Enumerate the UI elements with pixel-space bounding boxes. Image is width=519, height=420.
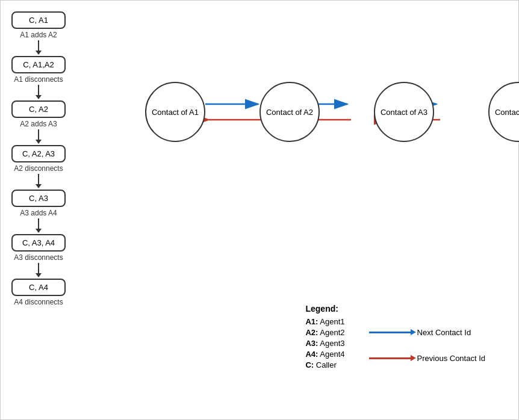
contact-circle-1: Contact of A1: [145, 82, 205, 142]
arrow-v-5: [38, 218, 39, 229]
legend-items: A1: Agent1 A2: Agent2 A3: Agent3 A4: Age…: [305, 317, 344, 371]
contact-label-2: Contact of A2: [266, 108, 313, 117]
transition-5: A3 adds A4: [20, 207, 57, 234]
flow-node-3: C, A2: [11, 100, 66, 118]
flow-node-4: C, A2, A3: [11, 145, 66, 162]
arrow-v-3: [38, 129, 39, 140]
legend-val-a1: Agent1: [320, 317, 344, 326]
contact-label-4: Contact of A4: [495, 108, 519, 117]
flow-node-6: C, A3, A4: [11, 234, 66, 252]
legend-item-a2: A2: Agent2: [305, 328, 344, 337]
legend-blue-arrow-icon: [369, 332, 411, 333]
contact-circle-4: Contact of A4: [488, 82, 519, 142]
contact-circle-3: Contact of A3: [374, 82, 434, 142]
legend-item-a4: A4: Agent4: [305, 350, 344, 359]
flowchart: C, A1 A1 adds A2 C, A1,A2 A1 disconnects…: [11, 11, 66, 307]
legend-arrow-red-row: Previous Contact Id: [369, 354, 485, 363]
contact-diagram: Contact of A1 Contact of A2 Contact of A…: [145, 79, 494, 175]
legend-item-a1: A1: Agent1: [305, 317, 344, 326]
flow-node-2: C, A1,A2: [11, 56, 66, 73]
transition-final: A4 disconnects: [14, 296, 63, 307]
transition-label-final: A4 disconnects: [14, 298, 63, 306]
transition-2: A1 disconnects: [14, 73, 63, 100]
contact-label-3: Contact of A3: [381, 108, 427, 117]
transition-3: A2 adds A3: [20, 118, 57, 145]
flow-node-7: C, A4: [11, 279, 66, 296]
transition-1: A1 adds A2: [20, 29, 57, 56]
main-container: C, A1 A1 adds A2 C, A1,A2 A1 disconnects…: [0, 0, 519, 420]
circles-row: Contact of A1 Contact of A2 Contact of A…: [145, 82, 519, 142]
legend: Legend: A1: Agent1 A2: Agent2 A3: Agent3…: [305, 304, 485, 371]
legend-key-a1: A1:: [305, 317, 318, 326]
arrow-v-1: [38, 40, 39, 51]
transition-label-1: A1 adds A2: [20, 31, 57, 39]
transition-label-2: A1 disconnects: [14, 75, 63, 84]
arrow-v-4: [38, 174, 39, 185]
legend-val-a4: Agent4: [320, 350, 344, 359]
legend-val-a2: Agent2: [320, 328, 344, 337]
legend-arrow-blue-row: Next Contact Id: [369, 328, 485, 337]
transition-6: A3 disconnects: [14, 252, 63, 279]
legend-red-arrow-icon: [369, 357, 411, 359]
legend-arrows: Next Contact Id Previous Contact Id: [369, 320, 485, 371]
flow-node-5: C, A3: [11, 190, 66, 207]
transition-label-5: A3 adds A4: [20, 209, 57, 217]
transition-label-3: A2 adds A3: [20, 120, 57, 128]
legend-key-a3: A3:: [305, 339, 318, 348]
legend-red-label: Previous Contact Id: [417, 354, 485, 363]
legend-key-a2: A2:: [305, 328, 318, 337]
transition-label-6: A3 disconnects: [14, 253, 63, 262]
legend-key-a4: A4:: [305, 350, 318, 359]
legend-title: Legend:: [305, 304, 485, 313]
arrow-v-6: [38, 263, 39, 274]
legend-val-c: Caller: [316, 360, 337, 369]
legend-blue-label: Next Contact Id: [417, 328, 471, 337]
arrow-v-2: [38, 85, 39, 96]
legend-item-c: C: Caller: [305, 360, 344, 369]
legend-content: A1: Agent1 A2: Agent2 A3: Agent3 A4: Age…: [305, 317, 485, 371]
transition-label-4: A2 disconnects: [14, 164, 63, 173]
flow-node-1: C, A1: [11, 11, 66, 29]
legend-item-a3: A3: Agent3: [305, 339, 344, 348]
transition-4: A2 disconnects: [14, 162, 63, 190]
legend-val-a3: Agent3: [320, 339, 344, 348]
legend-key-c: C:: [305, 360, 314, 369]
contact-label-1: Contact of A1: [152, 108, 199, 117]
contact-circle-2: Contact of A2: [260, 82, 320, 142]
